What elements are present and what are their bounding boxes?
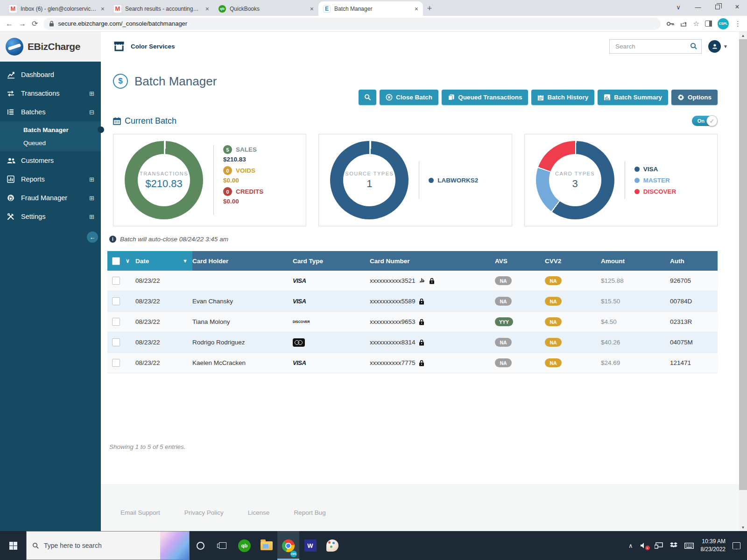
expand-plus-icon[interactable]: ⊞	[89, 90, 94, 97]
browser-tab[interactable]: M Search results - accounting@col ×	[109, 1, 214, 16]
queued-transactions-button[interactable]: Queued Transactions	[442, 90, 528, 105]
header-auth[interactable]: Auth	[670, 251, 718, 271]
header-cvv2[interactable]: CVV2	[545, 251, 601, 271]
action-center-icon[interactable]	[733, 542, 740, 549]
sidebar-collapse-button[interactable]: ←	[87, 231, 98, 243]
search-icon[interactable]	[690, 42, 698, 50]
tab-close-icon[interactable]: ×	[310, 5, 314, 13]
url-bar[interactable]: secure.ebizcharge.com/_console/batchmana…	[43, 18, 660, 30]
user-menu[interactable]: ▼	[708, 40, 728, 53]
tab-close-icon[interactable]: ×	[415, 5, 418, 13]
card-number-text: xxxxxxxxxx7775	[370, 359, 416, 366]
dropbox-icon[interactable]	[670, 542, 677, 549]
scroll-up-icon[interactable]: ▲	[741, 32, 745, 39]
header-date[interactable]: Date ▼	[135, 251, 192, 271]
side-panel-icon[interactable]	[705, 21, 712, 27]
sidebar-item-transactions[interactable]: Transactions⊞	[0, 84, 101, 103]
forward-icon[interactable]: →	[19, 20, 26, 28]
sidebar-item-batch-manager[interactable]: Batch Manager	[0, 123, 101, 136]
taskbar-paint-icon[interactable]	[321, 531, 343, 560]
footer-link-privacy-policy[interactable]: Privacy Policy	[184, 509, 224, 531]
sidebar-item-queued[interactable]: Queued	[0, 136, 101, 149]
options-button[interactable]: Options	[671, 90, 718, 105]
row-checkbox[interactable]	[112, 297, 120, 305]
taskbar-search[interactable]: Type here to search	[26, 531, 190, 560]
volume-muted-icon[interactable]: ×	[640, 542, 648, 549]
taskbar-clock[interactable]: 10:39 AM 8/23/2022	[701, 538, 726, 554]
header-amount[interactable]: Amount	[601, 251, 670, 271]
row-checkbox[interactable]	[112, 318, 120, 326]
restore-button[interactable]	[708, 0, 727, 14]
select-all-checkbox[interactable]	[112, 257, 120, 265]
bookmark-star-icon[interactable]: ☆	[693, 20, 699, 28]
key-icon[interactable]	[666, 21, 675, 27]
header-card-holder[interactable]: Card Holder	[192, 251, 293, 271]
sidebar-item-fraud-manager[interactable]: Fraud Manager⊞	[0, 189, 101, 207]
ebizcharge-logo-icon	[6, 38, 23, 56]
global-search[interactable]	[609, 39, 702, 54]
row-checkbox[interactable]	[112, 338, 120, 346]
minimize-button[interactable]: —	[688, 0, 708, 14]
taskbar-quickbooks-icon[interactable]: qb	[233, 531, 255, 560]
browser-menu-icon[interactable]: ⋮	[734, 20, 741, 28]
back-icon[interactable]: ←	[6, 20, 13, 28]
taskbar-file-explorer-icon[interactable]	[255, 531, 277, 560]
taskbar-labworks-icon[interactable]: W	[299, 531, 321, 560]
browser-tab[interactable]: qb QuickBooks ×	[214, 1, 318, 16]
taskbar-chrome-icon[interactable]: CSPL	[277, 531, 299, 560]
tab-search-chevron-icon[interactable]: ∨	[669, 0, 688, 14]
row-checkbox[interactable]	[112, 277, 120, 285]
batch-history-button[interactable]: Batch History	[531, 90, 594, 105]
cell-cvv2: NA	[545, 358, 601, 367]
expand-minus-icon[interactable]: ⊟	[89, 109, 94, 116]
reload-icon[interactable]: ⟳	[32, 19, 38, 28]
start-button[interactable]	[0, 531, 26, 560]
page-scrollbar[interactable]: ▲ ▼	[739, 32, 747, 531]
header-card-type[interactable]: Card Type	[293, 251, 370, 271]
tab-close-icon[interactable]: ×	[101, 5, 105, 13]
brand-bar: EBizCharge	[0, 32, 101, 62]
header-card-number[interactable]: Card Number	[370, 251, 495, 271]
expand-plus-icon[interactable]: ⊞	[89, 213, 94, 220]
sidebar-item-settings[interactable]: Settings⊞	[0, 207, 101, 226]
expand-plus-icon[interactable]: ⊞	[89, 195, 94, 202]
bulk-actions-chevron-icon[interactable]: ∨	[126, 258, 130, 264]
tab-strip-tabs: M Inbox (6) - glen@colorservices.co ×M S…	[5, 1, 423, 16]
new-tab-button[interactable]: +	[423, 2, 436, 15]
tab-close-icon[interactable]: ×	[205, 5, 209, 13]
browser-tab[interactable]: E Batch Manager ×	[318, 1, 423, 16]
browser-tab[interactable]: M Inbox (6) - glen@colorservices.co ×	[5, 1, 109, 16]
scroll-down-icon[interactable]: ▼	[741, 524, 745, 531]
batch-summary-button[interactable]: Batch Summary	[598, 90, 668, 105]
search-highlight-image[interactable]	[160, 532, 189, 560]
header-avs[interactable]: AVS	[495, 251, 545, 271]
browser-profile-avatar[interactable]: CSPL	[718, 18, 729, 29]
taskbar-cortana-icon[interactable]	[190, 531, 211, 560]
touch-keyboard-icon[interactable]	[684, 543, 694, 549]
taskbar-task-view-icon[interactable]	[211, 531, 233, 560]
footer-link-email-support[interactable]: Email Support	[120, 509, 160, 531]
sidebar-item-reports[interactable]: Reports⊞	[0, 170, 101, 189]
row-checkbox[interactable]	[112, 359, 120, 367]
sidebar-item-batches[interactable]: Batches⊟	[0, 103, 101, 121]
footer-link-license[interactable]: License	[248, 509, 270, 531]
footer-link-report-bug[interactable]: Report Bug	[294, 509, 325, 531]
sort-caret-icon: ▼	[183, 258, 188, 264]
sidebar-item-customers[interactable]: Customers	[0, 151, 101, 170]
dollar-circle-icon: $	[113, 74, 128, 89]
close-window-button[interactable]: ×	[727, 0, 747, 14]
share-icon[interactable]	[680, 20, 688, 27]
cell-auth: 02313R	[670, 318, 718, 325]
sidebar-item-dashboard[interactable]: Dashboard	[0, 65, 101, 84]
chart-legend: 5SALES$210.830VOIDS$0.000CREDITS$0.00	[213, 145, 263, 215]
search-button[interactable]	[359, 90, 376, 105]
network-display-icon[interactable]	[655, 542, 663, 549]
cell-avs: YYY	[495, 317, 545, 326]
expand-plus-icon[interactable]: ⊞	[89, 176, 94, 183]
batch-toggle[interactable]: On ✓	[692, 115, 718, 126]
search-input[interactable]	[615, 43, 690, 50]
tray-chevron-icon[interactable]: ∧	[628, 542, 633, 549]
scrollbar-thumb[interactable]	[739, 39, 747, 490]
url-text: secure.ebizcharge.com/_console/batchmana…	[58, 20, 187, 27]
close-batch-button[interactable]: Close Batch	[380, 90, 438, 105]
